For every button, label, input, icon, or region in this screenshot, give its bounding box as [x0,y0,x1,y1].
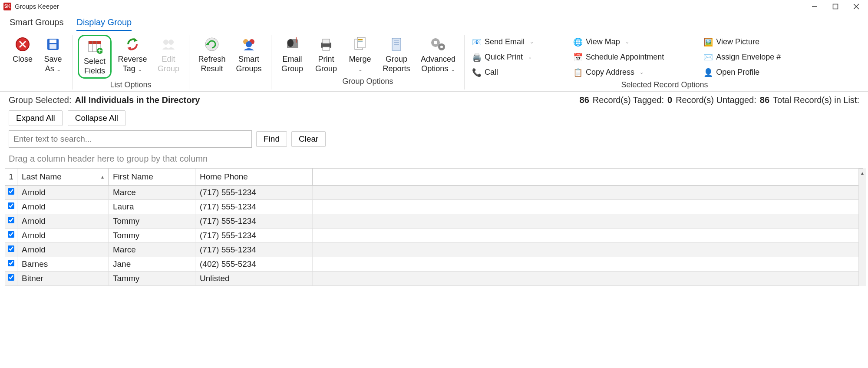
copy-address-cmd[interactable]: 📋Copy Address⌄ [571,66,667,79]
svg-point-42 [440,46,443,48]
search-input[interactable] [9,130,252,148]
edit-group-button: Edit Group [153,35,184,79]
untagged-count: 0 [667,95,672,105]
view-picture-cmd[interactable]: 🖼️View Picture [701,36,783,48]
cell-first-name: Marce [109,186,195,199]
email-group-button[interactable]: Email Group [277,35,308,75]
cell-home-phone: Unlisted [195,272,313,285]
ribbon-group-group-options: Email Group Print Group Merge⌄ Group Rep… [271,35,462,90]
people-icon [160,36,177,53]
close-window-button[interactable] [852,3,860,10]
schedule-appointment-cmd[interactable]: 📅Schedule Appointment [571,51,667,63]
ribbon: Close Save As ⌄ Select Fields Reverse Ta… [0,31,868,92]
refresh-result-button[interactable]: Refresh Result [195,35,229,75]
minimize-button[interactable] [811,3,818,10]
advanced-options-button[interactable]: Advanced Options ⌄ [417,35,459,75]
column-header-first-name[interactable]: First Name [109,169,195,185]
row-checkbox-cell[interactable] [5,272,17,285]
row-checkbox-cell[interactable] [5,200,17,214]
ribbon-group-list-options: Select Fields Reverse Tag ⌄ Edit Group L… [72,35,186,90]
save-as-button[interactable]: Save As ⌄ [39,35,67,75]
send-email-cmd[interactable]: 📧Send Email⌄ [470,36,536,48]
chevron-down-icon: ⌄ [449,66,455,73]
collapse-all-button[interactable]: Collapse All [68,110,125,126]
svg-marker-17 [134,38,138,42]
assign-envelope-cmd[interactable]: ✉️Assign Envelope # [701,51,783,63]
row-checkbox[interactable] [8,260,14,266]
quick-print-cmd[interactable]: 🖨️Quick Print⌄ [470,51,536,63]
svg-rect-30 [323,47,330,50]
gears-icon [429,36,447,53]
table-row[interactable]: ArnoldMarce(717) 555-1234 [5,186,863,200]
group-by-hint[interactable]: Drag a column header here to group by th… [0,152,868,168]
save-icon [44,36,62,53]
total-label: Total Record(s) in List: [773,95,859,105]
cell-home-phone: (717) 555-1234 [195,214,313,228]
row-checkbox[interactable] [8,274,14,281]
cell-last-name: Bitner [17,272,109,285]
ribbon-group-selected-record: 📧Send Email⌄ 🖨️Quick Print⌄ 📞Call 🌐View … [464,35,862,90]
row-checkbox-cell[interactable] [5,186,17,199]
row-checkbox[interactable] [8,188,14,195]
smart-groups-button[interactable]: Smart Groups [232,35,266,75]
table-row[interactable]: BitnerTammyUnlisted [5,272,863,286]
calendar-icon: 📅 [574,53,582,62]
search-row: Find Clear [0,130,868,152]
cell-last-name: Barnes [17,257,109,271]
table-row[interactable]: BarnesJane(402) 555-5234 [5,257,863,272]
status-bar: Group Selected: All Individuals in the D… [0,92,868,109]
table-row[interactable]: ArnoldTommy(717) 555-1234 [5,214,863,229]
row-checkbox[interactable] [8,231,14,238]
row-checkbox[interactable] [8,202,14,209]
select-fields-button[interactable]: Select Fields [78,35,112,79]
person-icon: 👤 [704,68,713,77]
view-map-cmd[interactable]: 🌐View Map⌄ [571,36,667,48]
open-profile-cmd[interactable]: 👤Open Profile [701,66,783,79]
tab-display-group[interactable]: Display Group [76,17,132,31]
clear-button[interactable]: Clear [291,131,326,147]
group-selected-label: Group Selected: [9,95,72,105]
email-icon: 📧 [472,38,481,46]
close-icon [14,36,31,53]
ribbon-label-group-options: Group Options [342,77,393,86]
row-checkbox-cell[interactable] [5,229,17,242]
picture-icon: 🖼️ [704,38,713,46]
row-checkbox-cell[interactable] [5,214,17,228]
svg-rect-29 [323,39,330,43]
cell-home-phone: (717) 555-1234 [195,186,313,199]
people-group-icon [240,36,257,53]
row-checkbox-cell[interactable] [5,243,17,257]
merge-button[interactable]: Merge⌄ [344,35,376,75]
expand-all-button[interactable]: Expand All [9,110,63,126]
tagged-label: Record(s) Tagged: [593,95,664,105]
svg-marker-18 [127,47,131,50]
column-header-checkbox[interactable]: 1 [5,169,17,185]
sort-ascending-icon: ▴ [101,174,104,180]
find-button[interactable]: Find [256,131,287,147]
column-header-home-phone[interactable]: Home Phone [195,169,313,185]
table-row[interactable]: ArnoldLaura(717) 555-1234 [5,200,863,214]
table-row[interactable]: ArnoldMarce(717) 555-1234 [5,243,863,257]
scroll-up-icon[interactable]: ▲ [859,169,866,177]
svg-point-26 [287,39,294,47]
svg-rect-1 [833,4,838,9]
cell-first-name: Tommy [109,229,195,242]
table-row[interactable]: ArnoldTommy(717) 555-1234 [5,229,863,243]
close-button[interactable]: Close [9,35,36,75]
print-group-button[interactable]: Print Group [310,35,342,75]
group-reports-button[interactable]: Group Reports [378,35,415,75]
expand-collapse-row: Expand All Collapse All [0,109,868,130]
maximize-button[interactable] [832,3,839,10]
row-checkbox-cell[interactable] [5,257,17,271]
vertical-scrollbar[interactable]: ▲ [858,169,866,286]
grid-body: ArnoldMarce(717) 555-1234ArnoldLaura(717… [5,186,863,286]
column-header-last-name[interactable]: Last Name▴ [17,169,109,185]
cell-home-phone: (717) 555-1234 [195,243,313,257]
reverse-tag-button[interactable]: Reverse Tag ⌄ [114,35,151,79]
row-checkbox[interactable] [8,245,14,252]
call-cmd[interactable]: 📞Call [470,66,536,79]
tab-smart-groups[interactable]: Smart Groups [10,17,63,31]
cell-first-name: Laura [109,200,195,214]
chevron-down-icon: ⌄ [136,66,142,73]
row-checkbox[interactable] [8,217,14,223]
